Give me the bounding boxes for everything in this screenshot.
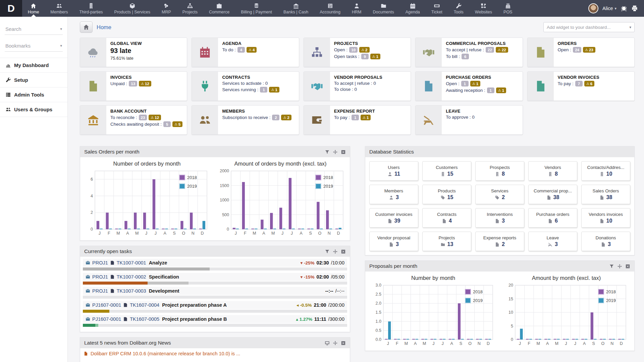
- task-ref-link[interactable]: TK1607-0004: [130, 302, 159, 308]
- close-icon[interactable]: [341, 149, 346, 155]
- widget-screen-icon[interactable]: [325, 341, 330, 346]
- nav-item-third-parties[interactable]: Third-parties: [73, 0, 108, 17]
- warning-badge[interactable]: 1: [370, 54, 380, 59]
- count-badge[interactable]: 1: [260, 87, 267, 93]
- kpi-box-global-view[interactable]: GLOBAL VIEW93 late75.61% late: [80, 38, 187, 67]
- stat-sales-orders[interactable]: Sales Orders38: [581, 185, 630, 204]
- nav-item-documents[interactable]: Documents: [367, 0, 399, 17]
- stat-prospects[interactable]: Prospects8: [475, 161, 524, 181]
- warning-badge[interactable]: 1: [496, 87, 506, 93]
- warning-badge[interactable]: 2: [359, 47, 369, 53]
- count-badge[interactable]: 5: [163, 121, 171, 127]
- filter-icon[interactable]: [325, 149, 330, 155]
- sidebar-item-users-groups[interactable]: Users & Groups: [0, 102, 67, 117]
- kpi-box-invoices[interactable]: INVOICESUnpaid :1312: [80, 71, 187, 101]
- user-menu[interactable]: Alice ▾: [602, 6, 616, 11]
- move-icon[interactable]: [333, 249, 338, 254]
- count-badge[interactable]: 13: [129, 81, 137, 86]
- task-name[interactable]: Project preparation phase B: [162, 316, 227, 322]
- nav-item-members[interactable]: Members: [45, 0, 73, 17]
- stat-commercial-prop[interactable]: Commercial prop...38: [528, 185, 577, 204]
- warning-badge[interactable]: 1: [269, 87, 279, 93]
- count-badge[interactable]: 1: [352, 115, 359, 120]
- search-input[interactable]: Search ▾: [5, 24, 63, 35]
- stat-leave[interactable]: Leave3: [528, 232, 577, 251]
- user-avatar[interactable]: [588, 3, 598, 13]
- sidebar-item-admin-tools[interactable]: Admin Tools: [0, 87, 67, 102]
- nav-item-mrp[interactable]: MRP: [156, 0, 177, 17]
- count-badge[interactable]: 9: [361, 54, 369, 59]
- task-name[interactable]: Specification: [149, 274, 179, 280]
- nav-item-websites[interactable]: Websites: [469, 0, 498, 17]
- kpi-box-vendor-proposals[interactable]: VENDOR PROPOSALSTo accept | refuse : 0To…: [304, 71, 411, 101]
- stat-contacts-addres[interactable]: Contacts/Addres...10: [581, 161, 630, 181]
- stat-purchase-orders[interactable]: Purchase orders6: [528, 208, 577, 228]
- task-name[interactable]: Project preparation phase A: [162, 302, 227, 308]
- nav-item-commerce[interactable]: Commerce: [203, 0, 235, 17]
- stat-vendor-proposal[interactable]: Vendor proposal3: [369, 232, 418, 251]
- stat-products[interactable]: Products15: [422, 185, 471, 204]
- kpi-box-vendor-invoices[interactable]: VENDOR INVOICESTo pay :76: [527, 71, 635, 101]
- count-badge[interactable]: 2: [272, 115, 279, 120]
- project-ref-link[interactable]: PROJ1: [92, 288, 108, 294]
- task-ref-link[interactable]: TK1007-0001: [117, 260, 146, 265]
- stat-customer-invoices[interactable]: Customer invoices39: [369, 208, 418, 228]
- kpi-box-expense-report[interactable]: EXPENSE REPORTTo pay :11: [304, 105, 411, 135]
- kpi-box-agenda[interactable]: AGENDATo do :44: [192, 38, 299, 67]
- count-badge[interactable]: 4: [237, 47, 245, 53]
- nav-item-agenda[interactable]: Agenda: [400, 0, 426, 17]
- task-ref-link[interactable]: TK1007-0003: [117, 288, 146, 294]
- nav-item-billing-payment[interactable]: Billing | Payment: [235, 0, 278, 17]
- kpi-box-commercial-proposals[interactable]: COMMERCIAL PROPOSALSTo accept | refuse :…: [415, 38, 523, 67]
- add-widget-select[interactable]: Add widget to your dashboard... ▾: [543, 22, 635, 32]
- nav-item-home[interactable]: Home: [22, 0, 45, 17]
- home-icon[interactable]: [80, 21, 93, 33]
- dolibarr-logo[interactable]: D: [0, 0, 22, 17]
- warning-badge[interactable]: 1: [470, 81, 480, 86]
- close-icon[interactable]: [341, 249, 346, 254]
- warning-badge[interactable]: 5: [172, 121, 182, 127]
- kpi-box-leave[interactable]: LEAVETo approve : 0: [415, 105, 523, 135]
- nav-item-pos[interactable]: POS: [498, 0, 518, 17]
- stat-customers[interactable]: Customers15: [422, 161, 471, 181]
- sidebar-item-setup[interactable]: Setup: [0, 73, 67, 87]
- close-icon[interactable]: [341, 341, 346, 346]
- stat-donations[interactable]: Donations3: [581, 232, 630, 251]
- count-badge[interactable]: 23: [139, 115, 147, 120]
- project-ref-link[interactable]: PJ1607-0001: [92, 302, 121, 308]
- stat-interventions[interactable]: Interventions3: [475, 208, 524, 228]
- print-icon[interactable]: [631, 5, 638, 12]
- stat-contracts[interactable]: Contracts4: [422, 208, 471, 228]
- warning-badge[interactable]: 2: [281, 115, 291, 120]
- count-badge[interactable]: 24: [573, 47, 581, 53]
- move-icon[interactable]: [333, 341, 338, 346]
- bookmarks-input[interactable]: Bookmarks ▾: [5, 41, 63, 52]
- page-title[interactable]: Home: [97, 24, 111, 31]
- stat-users[interactable]: Users11: [369, 161, 418, 181]
- warning-badge[interactable]: 12: [149, 115, 161, 120]
- filter-icon[interactable]: [609, 264, 614, 269]
- nav-item-banks-cash[interactable]: Banks | Cash: [278, 0, 314, 17]
- kpi-box-purchase-orders[interactable]: PURCHASE ORDERSOpen :11Awaiting receptio…: [415, 71, 523, 101]
- nav-item-projects[interactable]: Projects: [177, 0, 203, 17]
- task-ref-link[interactable]: TK1007-0002: [117, 274, 146, 280]
- count-badge[interactable]: 10: [349, 47, 358, 53]
- warning-badge[interactable]: 22: [496, 47, 508, 53]
- sidebar-item-my-dashboard[interactable]: My Dashboard: [0, 58, 67, 73]
- kpi-box-bank-account[interactable]: BANK ACCOUNTTo reconcile :2312Checks awa…: [80, 105, 187, 135]
- count-badge[interactable]: 6: [462, 54, 469, 59]
- count-badge[interactable]: 1: [461, 81, 469, 86]
- stat-vendors[interactable]: Vendors8: [528, 161, 577, 181]
- nav-item-tools[interactable]: Tools: [448, 0, 469, 17]
- filter-icon[interactable]: [325, 249, 330, 254]
- warning-badge[interactable]: 1: [361, 115, 371, 120]
- move-icon[interactable]: [333, 149, 338, 155]
- debug-bug-icon[interactable]: [621, 5, 627, 12]
- project-ref-link[interactable]: PROJ1: [92, 274, 108, 280]
- kpi-box-members[interactable]: MEMBERSSubscription to receive :22: [192, 105, 299, 135]
- move-icon[interactable]: [617, 264, 622, 269]
- warning-badge[interactable]: 6: [584, 81, 594, 86]
- count-badge[interactable]: 22: [486, 47, 494, 53]
- stat-members[interactable]: Members3: [369, 185, 418, 204]
- stat-expense-reports[interactable]: Expense reports2: [475, 232, 524, 251]
